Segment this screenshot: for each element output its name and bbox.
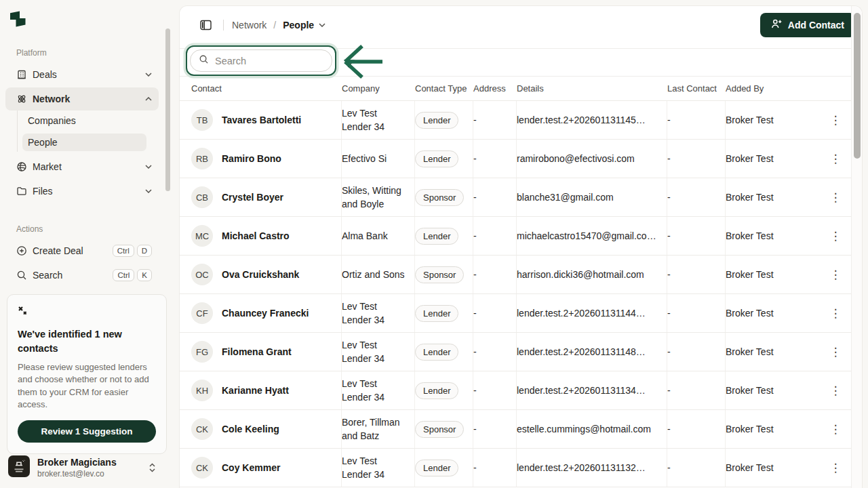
contact-name[interactable]: Ramiro Bono [222, 153, 281, 164]
row-menu-button[interactable]: ⋮ [825, 344, 847, 361]
sidebar-subitem-label: People [28, 137, 58, 148]
company-cell: Borer, Tillman and Batz [342, 415, 406, 443]
address-cell: - [473, 424, 477, 434]
sidebar-item-label: Deals [33, 69, 57, 80]
person-plus-icon [771, 18, 783, 31]
search-icon [16, 270, 27, 281]
add-contact-button[interactable]: Add Contact [760, 13, 855, 37]
table-row[interactable]: FG Filomena Grant Lev Test Lender 34 Len… [180, 333, 862, 371]
contact-avatar: CF [191, 302, 213, 324]
table-row[interactable]: KH Karianne Hyatt Lev Test Lender 34 Len… [180, 371, 862, 410]
app-logo-icon [9, 11, 26, 30]
account-email: broker.test@lev.co [37, 469, 117, 479]
breadcrumb-section[interactable]: Network [232, 20, 267, 30]
sidebar-item-network[interactable]: Network [5, 87, 159, 110]
table-row[interactable]: MC Michael Castro Alma Bank Lender - mic… [180, 217, 862, 256]
breadcrumb-page[interactable]: People [283, 20, 314, 30]
added-by-cell: Broker Test [726, 308, 774, 319]
search-input[interactable] [215, 56, 323, 66]
sidebar-item-label: Market [33, 161, 62, 172]
company-cell: Skiles, Witting and Boyle [342, 184, 406, 211]
search-focus-ring [186, 45, 336, 76]
address-cell: - [473, 462, 477, 473]
contact-avatar: RB [191, 148, 213, 169]
contact-name[interactable]: Michael Castro [222, 230, 290, 241]
details-cell: lender.test.2+202601131148… [517, 346, 646, 357]
contact-name[interactable]: Coy Kemmer [222, 462, 280, 473]
address-cell: - [473, 115, 477, 125]
table-row[interactable]: OC Ova Cruickshank Ortiz and Sons Sponso… [180, 256, 862, 294]
sidebar-action-create-deal[interactable]: Create Deal Ctrl D [5, 239, 159, 262]
contact-type-badge: Lender [415, 228, 458, 245]
details-cell: blanche31@gmail.com [517, 192, 614, 203]
row-menu-button[interactable]: ⋮ [825, 421, 847, 438]
vertical-scrollbar-track[interactable] [851, 6, 862, 488]
row-menu-button[interactable]: ⋮ [825, 150, 847, 167]
contact-name[interactable]: Chauncey Franecki [222, 308, 309, 319]
table-row[interactable]: RB Ramiro Bono Efectivo Si Lender - rami… [180, 140, 862, 178]
vertical-scrollbar-thumb[interactable] [854, 13, 861, 159]
row-menu-button[interactable]: ⋮ [825, 228, 847, 245]
row-menu-button[interactable]: ⋮ [825, 266, 847, 283]
contact-type-badge: Lender [415, 150, 458, 167]
sidebar-item-people[interactable]: People [22, 134, 146, 151]
added-by-cell: Broker Test [726, 192, 774, 203]
page-header: Network / People Add Contact [180, 6, 862, 49]
contact-avatar: CB [191, 186, 213, 208]
contact-type-badge: Sponsor [415, 266, 464, 283]
contact-name[interactable]: Cole Keeling [222, 424, 279, 434]
address-cell: - [473, 269, 477, 280]
row-menu-button[interactable]: ⋮ [825, 305, 847, 322]
shortcut-key-ctrl: Ctrl [113, 245, 134, 257]
row-menu-button[interactable]: ⋮ [825, 112, 847, 129]
contact-name[interactable]: Filomena Grant [222, 346, 292, 357]
contact-name[interactable]: Tavares Bartoletti [222, 115, 301, 125]
table-row[interactable]: CK Coy Kemmer Lev Test Lender 34 Lender … [180, 449, 862, 487]
row-menu-button[interactable]: ⋮ [825, 382, 847, 399]
sidebar-toggle-button[interactable] [196, 16, 215, 35]
added-by-cell: Broker Test [726, 230, 774, 241]
column-header-address: Address [473, 83, 517, 94]
account-switcher[interactable]: Broker Magicians broker.test@lev.co [8, 455, 165, 480]
company-cell: Alma Bank [342, 229, 388, 243]
table-row[interactable]: CF Chauncey Franecki Lev Test Lender 34 … [180, 294, 862, 333]
contact-name[interactable]: Ova Cruickshank [222, 269, 299, 280]
unfold-chevrons-icon [149, 463, 156, 472]
sidebar-action-search[interactable]: Search Ctrl K [5, 264, 159, 287]
filter-funnel-button[interactable] [340, 55, 359, 74]
added-by-cell: Broker Test [726, 153, 774, 164]
row-menu-button[interactable]: ⋮ [825, 460, 847, 476]
sidebar-item-deals[interactable]: Deals [5, 63, 159, 86]
sidebar-subitem-label: Companies [28, 115, 76, 126]
details-cell: lender.test.2+202601131132… [517, 462, 646, 473]
details-cell: michaelcastro15470@gmail.co… [517, 230, 656, 241]
search-icon [199, 54, 209, 67]
contact-type-badge: Lender [415, 112, 458, 129]
contact-name[interactable]: Crystel Boyer [222, 192, 283, 203]
review-suggestion-button[interactable]: Review 1 Suggestion [18, 420, 156, 443]
column-header-contact-type: Contact Type [415, 83, 473, 94]
sidebar-item-files[interactable]: Files [5, 180, 159, 203]
contact-name[interactable]: Karianne Hyatt [222, 385, 289, 396]
shortcut-key-k: K [137, 269, 152, 281]
contact-type-badge: Lender [415, 305, 458, 322]
address-cell: - [473, 346, 477, 357]
company-cell: Lev Test Lender 34 [342, 377, 406, 404]
sidebar-item-market[interactable]: Market [5, 155, 159, 178]
last-contact-cell: - [667, 269, 671, 280]
column-header-details: Details [517, 83, 667, 94]
details-cell: harrison.dicki36@hotmail.com [517, 269, 644, 280]
contact-type-badge: Sponsor [415, 421, 464, 438]
row-menu-button[interactable]: ⋮ [825, 189, 847, 206]
sidebar-item-companies[interactable]: Companies [22, 112, 146, 129]
table-row[interactable]: TB Tavares Bartoletti Lev Test Lender 34… [180, 101, 862, 140]
table-row[interactable]: CB Crystel Boyer Skiles, Witting and Boy… [180, 178, 862, 217]
table-row[interactable]: CK Cole Keeling Borer, Tillman and Batz … [180, 410, 862, 449]
sidebar-scrollbar[interactable] [165, 28, 170, 191]
sparkles-icon [18, 307, 28, 319]
chevron-down-icon [145, 165, 152, 169]
folder-icon [16, 186, 27, 197]
chevron-down-icon[interactable] [319, 23, 326, 27]
search-box[interactable] [190, 49, 332, 72]
network-icon [16, 94, 27, 104]
